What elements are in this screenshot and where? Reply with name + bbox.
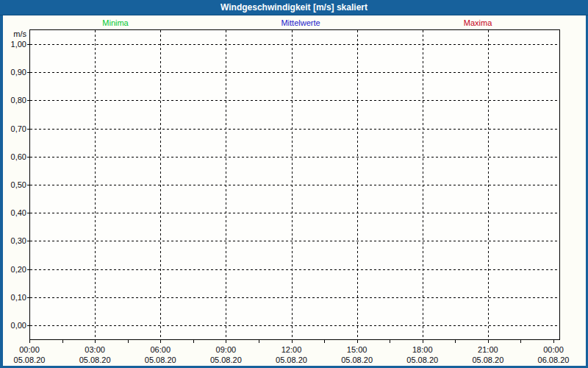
window-title: Windgeschwindigkeit [m/s] skaliert [220,2,368,13]
legend-item-mittelwerte: Mittelwerte [281,18,320,27]
window-titlebar: Windgeschwindigkeit [m/s] skaliert [0,0,588,15]
app-window: Windgeschwindigkeit [m/s] skaliert Minim… [0,0,588,368]
chart-legend: Minima Mittelwerte Maxima [0,15,588,29]
legend-item-maxima: Maxima [464,18,492,27]
legend-item-minima: Minima [102,18,128,27]
chart-plot-area [0,0,588,368]
page: { "window": { "title": "Windgeschwindigk… [0,0,588,368]
